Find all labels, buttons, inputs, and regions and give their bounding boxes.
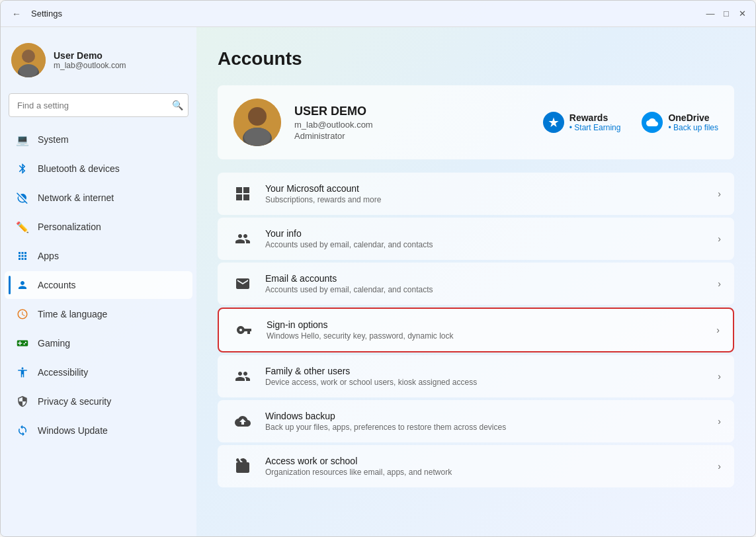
windows-backup-subtitle: Back up your files, apps, preferences to… xyxy=(265,423,707,432)
user-card-actions: Rewards Start Earning OneDrive Back up f… xyxy=(543,112,718,133)
sign-in-options-text: Sign-in options Windows Hello, security … xyxy=(267,319,706,341)
svg-point-7 xyxy=(244,128,271,146)
bluetooth-icon xyxy=(15,161,30,176)
back-button[interactable]: ← xyxy=(9,6,24,22)
settings-row-microsoft-account[interactable]: Your Microsoft account Subscriptions, re… xyxy=(218,173,734,215)
chevron-icon: › xyxy=(718,278,721,289)
svg-point-3 xyxy=(19,64,38,77)
nav-item-accounts[interactable]: Accounts xyxy=(5,271,192,299)
email-accounts-icon xyxy=(231,272,255,296)
nav-item[interactable]: Accessibility xyxy=(5,358,192,386)
user-card-avatar xyxy=(233,99,281,146)
rewards-action[interactable]: Rewards Start Earning xyxy=(543,112,621,133)
rewards-subtitle: Start Earning xyxy=(569,123,621,132)
sidebar: User Demo m_lab@outlook.com 🔍 💻 System B… xyxy=(1,27,196,536)
your-info-title: Your info xyxy=(265,228,707,239)
email-accounts-title: Email & accounts xyxy=(265,273,707,284)
family-users-text: Family & other users Device access, work… xyxy=(265,366,707,387)
nav-item[interactable]: 💻 System xyxy=(5,126,192,153)
rewards-title: Rewards xyxy=(569,112,621,123)
your-info-text: Your info Accounts used by email, calend… xyxy=(265,228,707,249)
email-accounts-subtitle: Accounts used by email, calendar, and co… xyxy=(265,285,707,294)
nav-label-accessibility: Accessibility xyxy=(38,367,88,378)
privacy-icon xyxy=(15,394,30,409)
nav-item[interactable]: Network & internet xyxy=(5,184,192,212)
user-profile[interactable]: User Demo m_lab@outlook.com xyxy=(1,32,196,88)
apps-icon xyxy=(15,249,30,263)
update-icon xyxy=(15,423,30,438)
network-icon xyxy=(15,190,30,205)
nav-item[interactable]: Apps xyxy=(5,242,192,270)
rewards-text: Rewards Start Earning xyxy=(569,112,621,132)
windows-backup-title: Windows backup xyxy=(265,411,707,421)
search-input[interactable] xyxy=(9,93,189,117)
search-icon[interactable]: 🔍 xyxy=(172,100,183,110)
nav-item[interactable]: Bluetooth & devices xyxy=(5,155,192,183)
access-work-school-icon xyxy=(231,454,255,478)
svg-point-5 xyxy=(248,107,267,126)
title-bar: ← Settings — □ ✕ xyxy=(1,1,755,27)
time-icon xyxy=(15,307,30,321)
search-box: 🔍 xyxy=(9,93,189,117)
nav-label-personalization: Personalization xyxy=(38,222,101,232)
settings-row-sign-in-options[interactable]: Sign-in options Windows Hello, security … xyxy=(218,308,734,352)
your-info-subtitle: Accounts used by email, calendar, and co… xyxy=(265,240,707,249)
chevron-icon: › xyxy=(718,461,721,472)
main-content: Accounts USER DEMO m_lab@outlook.com Adm… xyxy=(196,27,755,536)
settings-row-email-accounts[interactable]: Email & accounts Accounts used by email,… xyxy=(218,263,734,305)
settings-row-your-info[interactable]: Your info Accounts used by email, calend… xyxy=(218,218,734,260)
onedrive-action[interactable]: OneDrive Back up files xyxy=(642,112,718,133)
nav-label-update: Windows Update xyxy=(38,425,108,436)
nav-item[interactable]: Windows Update xyxy=(5,417,192,444)
user-name: User Demo xyxy=(54,50,186,61)
family-users-icon xyxy=(231,364,255,388)
nav-item[interactable]: ✏️ Personalization xyxy=(5,213,192,241)
content-area: User Demo m_lab@outlook.com 🔍 💻 System B… xyxy=(1,27,755,536)
chevron-icon: › xyxy=(716,325,720,335)
accounts-icon xyxy=(15,278,30,292)
window-title: Settings xyxy=(31,9,62,19)
chevron-icon: › xyxy=(718,371,721,382)
settings-row-access-work-school[interactable]: Access work or school Organization resou… xyxy=(218,445,734,487)
family-users-title: Family & other users xyxy=(265,366,707,376)
onedrive-subtitle: Back up files xyxy=(668,123,718,132)
page-title: Accounts xyxy=(218,48,734,69)
nav-item[interactable]: Time & language xyxy=(5,300,192,328)
personalization-icon: ✏️ xyxy=(15,220,30,234)
user-card-info: USER DEMO m_lab@outlook.com Administrato… xyxy=(294,104,530,141)
chevron-icon: › xyxy=(718,188,721,199)
chevron-icon: › xyxy=(718,233,721,244)
system-icon: 💻 xyxy=(15,132,30,147)
svg-point-1 xyxy=(22,50,35,63)
close-button[interactable]: ✕ xyxy=(737,9,747,19)
settings-row-windows-backup[interactable]: Windows backup Back up your files, apps,… xyxy=(218,400,734,442)
microsoft-account-icon xyxy=(231,182,255,206)
nav-label-time: Time & language xyxy=(38,309,107,319)
settings-row-family-users[interactable]: Family & other users Device access, work… xyxy=(218,355,734,397)
maximize-button[interactable]: □ xyxy=(721,9,732,19)
nav-item[interactable]: Privacy & security xyxy=(5,388,192,415)
accessibility-icon xyxy=(15,365,30,380)
microsoft-account-text: Your Microsoft account Subscriptions, re… xyxy=(265,183,707,204)
title-bar-controls: — □ ✕ xyxy=(705,9,747,19)
microsoft-account-title: Your Microsoft account xyxy=(265,183,707,194)
access-work-school-text: Access work or school Organization resou… xyxy=(265,456,707,477)
nav-label-network: Network & internet xyxy=(38,192,114,203)
sign-in-options-title: Sign-in options xyxy=(267,319,706,330)
nav-label-privacy: Privacy & security xyxy=(38,396,111,407)
email-accounts-text: Email & accounts Accounts used by email,… xyxy=(265,273,707,294)
nav-item[interactable]: Gaming xyxy=(5,329,192,357)
chevron-icon: › xyxy=(718,416,721,427)
rewards-icon xyxy=(543,112,564,133)
avatar xyxy=(11,43,46,77)
nav-label-bluetooth: Bluetooth & devices xyxy=(38,163,120,174)
minimize-button[interactable]: — xyxy=(705,9,716,19)
access-work-school-title: Access work or school xyxy=(265,456,707,466)
user-card: USER DEMO m_lab@outlook.com Administrato… xyxy=(218,85,734,159)
family-users-subtitle: Device access, work or school users, kio… xyxy=(265,378,707,387)
user-card-name: USER DEMO xyxy=(294,104,530,118)
onedrive-icon xyxy=(642,112,663,133)
windows-backup-text: Windows backup Back up your files, apps,… xyxy=(265,411,707,432)
access-work-school-subtitle: Organization resources like email, apps,… xyxy=(265,468,707,477)
onedrive-title: OneDrive xyxy=(668,112,718,123)
